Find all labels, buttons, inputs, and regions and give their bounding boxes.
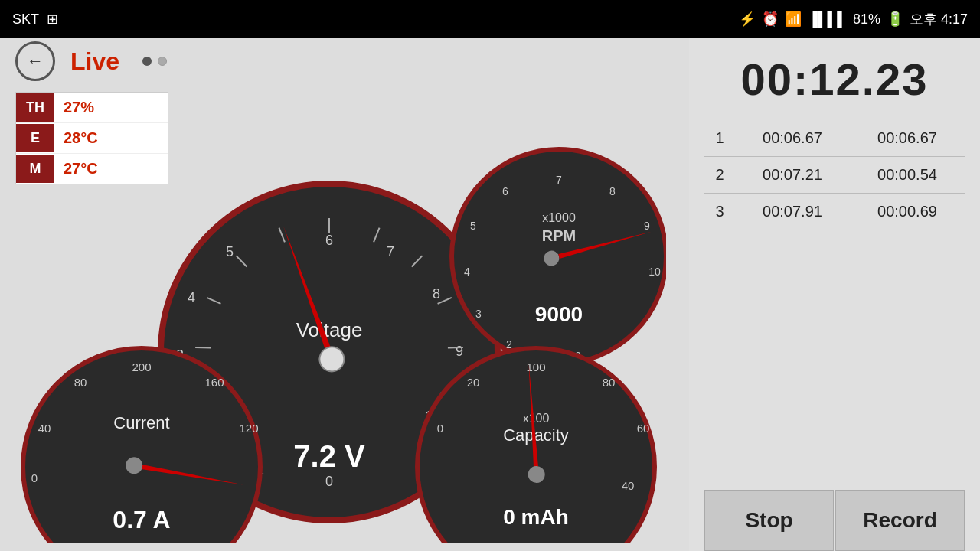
svg-text:4: 4 (464, 266, 470, 278)
svg-text:Current: Current (113, 413, 169, 432)
svg-text:Capacity: Capacity (503, 425, 569, 445)
svg-text:Voltage: Voltage (296, 318, 363, 341)
svg-text:5: 5 (470, 220, 476, 232)
svg-text:0: 0 (437, 422, 443, 435)
timer-display: 00:12.23 (704, 54, 965, 105)
svg-text:9: 9 (456, 344, 463, 359)
right-panel: 00:12.23 1 00:06.67 00:06.67 2 00:07.21 … (689, 38, 980, 551)
dot-1 (142, 57, 152, 66)
svg-text:160: 160 (204, 376, 224, 389)
back-icon: ← (27, 51, 44, 71)
svg-text:7: 7 (556, 174, 562, 186)
svg-text:10: 10 (648, 266, 661, 278)
svg-text:0.7 A: 0.7 A (113, 506, 170, 533)
svg-text:9: 9 (644, 220, 650, 232)
status-right: ⚡ ⏰ 📶 ▐▌▌▌ 81% 🔋 오후 4:17 (739, 10, 968, 28)
lap-row-1: 1 00:06.67 00:06.67 (704, 120, 965, 157)
svg-text:4: 4 (188, 290, 195, 305)
svg-text:0 mAh: 0 mAh (503, 505, 569, 529)
svg-text:3: 3 (475, 308, 482, 320)
lap-num-1: 1 (704, 129, 735, 147)
svg-text:9000: 9000 (535, 302, 583, 326)
lap-row-2: 2 00:07.21 00:00.54 (704, 157, 965, 194)
svg-text:0: 0 (31, 471, 38, 484)
live-title: Live (70, 47, 119, 76)
svg-text:x1000: x1000 (542, 211, 576, 224)
status-bar: SKT ⊞ ⚡ ⏰ 📶 ▐▌▌▌ 81% 🔋 오후 4:17 (0, 0, 980, 38)
svg-line-13 (195, 347, 211, 348)
lap-row-3: 3 00:07.91 00:00.69 (704, 194, 965, 230)
gallery-icon: ⊞ (47, 11, 58, 28)
svg-text:7: 7 (387, 244, 394, 259)
cellular-icon: ▐▌▌▌ (808, 11, 847, 28)
buttons-row: Stop Record (704, 490, 965, 551)
lap-time1-2: 00:07.21 (735, 166, 850, 184)
status-left: SKT ⊞ (12, 11, 58, 28)
main-content: ← Live TH 27% E 28°C M 27°C (0, 38, 980, 551)
svg-text:7.2 V: 7.2 V (293, 439, 365, 473)
svg-text:40: 40 (622, 479, 635, 492)
lap-num-2: 2 (704, 166, 735, 184)
lap-time1-3: 00:07.91 (735, 203, 850, 220)
wifi-icon: 📶 (785, 11, 802, 28)
svg-text:8: 8 (433, 286, 440, 302)
svg-text:80: 80 (74, 376, 87, 389)
svg-text:6: 6 (502, 185, 508, 197)
svg-text:8: 8 (609, 185, 616, 197)
battery-icon: 🔋 (887, 11, 903, 28)
svg-text:6: 6 (325, 233, 333, 248)
svg-line-21 (448, 347, 463, 348)
svg-text:40: 40 (38, 422, 51, 435)
page-dots (142, 57, 167, 66)
time-display: 오후 4:17 (910, 10, 968, 28)
lap-time2-1: 00:06.67 (850, 129, 965, 147)
dot-2 (158, 57, 167, 66)
svg-text:120: 120 (239, 422, 258, 435)
svg-text:200: 200 (132, 360, 151, 373)
signal-mute-icon: ⚡ (739, 11, 756, 28)
battery-percent: 81% (853, 11, 880, 28)
lap-time1-1: 00:06.67 (735, 129, 850, 147)
carrier-label: SKT (12, 11, 39, 28)
alarm-icon: ⏰ (762, 11, 779, 28)
gauges-svg: 6 7 8 9 10 5 4 3 2 1 0 (0, 77, 666, 543)
svg-text:60: 60 (637, 422, 650, 435)
svg-text:0: 0 (325, 474, 333, 489)
gauges-panel: ← Live TH 27% E 28°C M 27°C (0, 38, 689, 551)
svg-text:80: 80 (603, 376, 616, 389)
svg-text:5: 5 (226, 244, 234, 259)
back-button[interactable]: ← (15, 41, 55, 81)
lap-num-3: 3 (704, 203, 735, 220)
svg-text:RPM: RPM (542, 227, 576, 244)
svg-text:20: 20 (467, 376, 480, 389)
record-button[interactable]: Record (835, 490, 965, 551)
svg-text:x100: x100 (523, 412, 550, 425)
lap-time2-3: 00:00.69 (850, 203, 965, 220)
stop-button[interactable]: Stop (704, 490, 834, 551)
lap-time2-2: 00:00.54 (850, 166, 965, 184)
